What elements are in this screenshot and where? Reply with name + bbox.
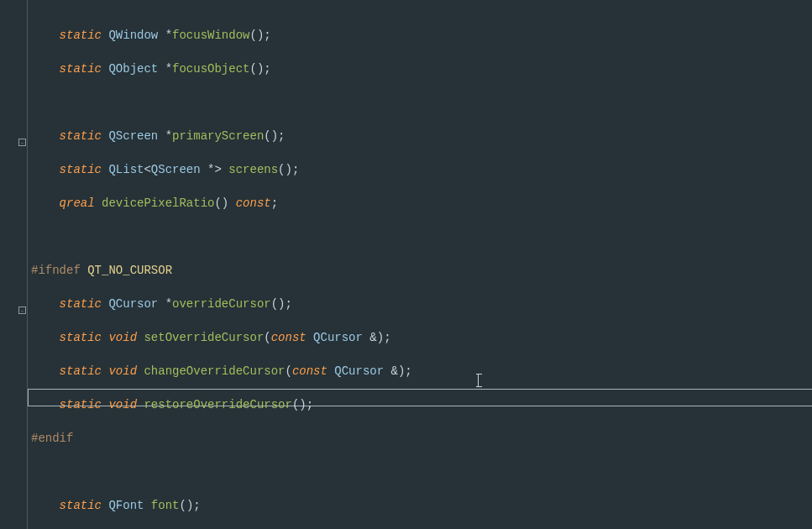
code-area[interactable]: static QWindow *focusWindow(); static QO…: [31, 10, 497, 529]
code-line[interactable]: static void setOverrideCursor(const QCur…: [31, 329, 497, 346]
code-line[interactable]: [31, 464, 497, 480]
code-editor[interactable]: - - static QWindow *focusWindow(); stati…: [0, 0, 812, 529]
code-line[interactable]: static QWindow *focusWindow();: [31, 27, 497, 44]
code-line[interactable]: static void restoreOverrideCursor();: [31, 396, 497, 413]
code-line[interactable]: static QList<QScreen *> screens();: [31, 161, 497, 178]
code-line[interactable]: #endif: [31, 430, 497, 447]
fold-marker[interactable]: -: [18, 306, 26, 314]
code-line[interactable]: qreal devicePixelRatio() const;: [31, 195, 497, 212]
gutter: [0, 0, 28, 529]
code-line[interactable]: static QCursor *overrideCursor();: [31, 296, 497, 312]
code-line[interactable]: #ifndef QT_NO_CURSOR: [31, 262, 497, 279]
fold-marker[interactable]: -: [18, 139, 26, 146]
code-line[interactable]: [31, 228, 497, 245]
code-line[interactable]: static QScreen *primaryScreen();: [31, 128, 497, 144]
code-line[interactable]: static QObject *focusObject();: [31, 60, 497, 77]
code-line[interactable]: static QFont font();: [31, 497, 497, 514]
code-line[interactable]: static void changeOverrideCursor(const Q…: [31, 363, 497, 380]
code-line[interactable]: [31, 94, 497, 111]
